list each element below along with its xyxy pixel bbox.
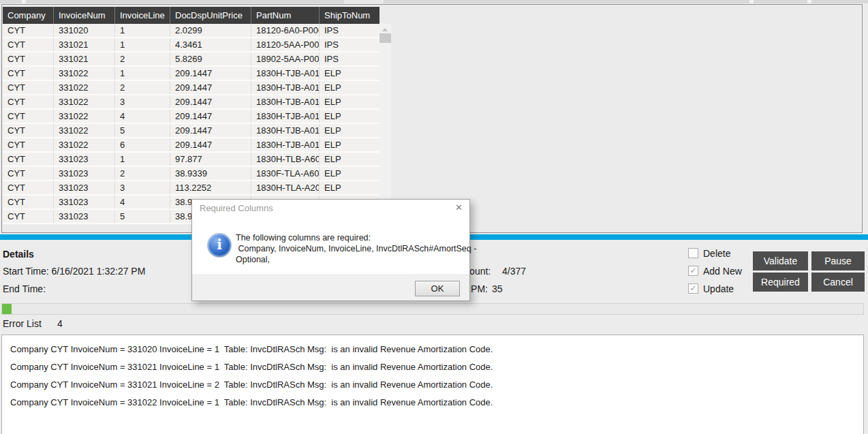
vertical-scrollbar[interactable] (379, 24, 391, 225)
grid-cell: IPS (319, 52, 379, 65)
grid-cell: ELP (319, 167, 379, 180)
ok-button[interactable]: OK (415, 281, 460, 296)
scrollbar-thumb[interactable] (379, 33, 391, 43)
table-row[interactable]: CYT33102012.029918120-6A0-P000IPS (3, 24, 379, 38)
column-header[interactable]: ShipToNum (319, 7, 379, 24)
required-columns-dialog: Required Columns ✕ i The following colum… (191, 199, 470, 301)
table-row[interactable]: CYT3310221209.14471830H-TJB-A015ELP (3, 67, 379, 81)
dialog-message: The following columns are required: Comp… (236, 232, 476, 265)
error-list-item[interactable]: Company CYT InvoiceNum = 331021 InvoiceL… (2, 358, 863, 376)
grid-cell: 1830H-TJB-A015 (251, 138, 319, 151)
grid-cell: 1 (114, 24, 170, 37)
grid-cell: 1830F-TLA-A600 (251, 167, 319, 180)
grid-cell: 331023 (53, 167, 114, 180)
table-row[interactable]: CYT3310223209.14471830H-TJB-A015ELP (3, 95, 379, 110)
info-icon-glyph: i (217, 236, 222, 253)
grid-cell: CYT (3, 153, 53, 166)
grid-cell: CYT (3, 38, 53, 51)
table-row[interactable]: CYT3310222209.14471830H-TJB-A015ELP (3, 81, 379, 95)
column-header[interactable]: Company (3, 7, 53, 24)
error-list-item[interactable]: Company CYT InvoiceNum = 331022 InvoiceL… (2, 394, 863, 412)
grid-cell: 209.1447 (170, 67, 251, 80)
update-checkbox-label: Update (703, 283, 734, 294)
rpm-value: 35 (492, 283, 503, 294)
grid-cell: CYT (3, 210, 53, 223)
error-list-count: 4 (57, 318, 63, 329)
grid-cell: 331022 (53, 110, 114, 123)
grid-cell: 331023 (53, 181, 114, 194)
column-header[interactable]: PartNum (251, 7, 319, 24)
grid-cell: 331022 (53, 81, 114, 94)
table-row[interactable]: CYT3310225209.14471830H-TJB-A015ELP (3, 124, 379, 138)
grid-header: CompanyInvoiceNumInvoiceLineDocDspUnitPr… (3, 7, 379, 24)
grid-cell: ELP (319, 110, 379, 123)
grid-cell: CYT (3, 181, 53, 194)
delete-checkbox-label: Delete (703, 248, 730, 259)
required-button[interactable]: Required (753, 273, 808, 292)
grid-cell: 331022 (53, 138, 114, 151)
grid-cell: 1 (114, 67, 170, 80)
scroll-up-icon[interactable] (382, 28, 388, 31)
table-row[interactable]: CYT33102114.346118120-5AA-P001IPS (3, 38, 379, 52)
grid-cell: 1 (114, 153, 170, 166)
progress-bar (1, 303, 864, 315)
grid-cell: ELP (319, 81, 379, 94)
validate-button[interactable]: Validate (753, 251, 808, 270)
grid-cell: 18120-5AA-P001 (251, 38, 319, 51)
table-row[interactable]: CYT3310233113.22521830H-TLA-A200ELP (3, 181, 379, 196)
grid-cell: 5 (114, 210, 170, 223)
error-list-item[interactable]: Company CYT InvoiceNum = 331020 InvoiceL… (2, 341, 863, 358)
pause-button[interactable]: Pause (811, 251, 865, 270)
column-header[interactable]: InvoiceNum (53, 7, 114, 24)
grid-cell: ELP (319, 67, 379, 80)
table-row[interactable]: CYT3310226209.14471830H-TJB-A015ELP (3, 138, 379, 153)
grid-cell: 5.8269 (170, 52, 251, 65)
error-list-item[interactable]: Company CYT InvoiceNum = 331021 InvoiceL… (2, 376, 863, 394)
add-new-checkbox[interactable]: ✓ (688, 266, 698, 276)
grid-cell: 1830H-TJB-A015 (251, 81, 319, 94)
app-window: CompanyInvoiceNumInvoiceLineDocDspUnitPr… (0, 0, 868, 434)
table-row[interactable]: CYT33102125.826918902-5AA-P001IPS (3, 52, 379, 67)
grid-cell: 209.1447 (170, 138, 251, 151)
grid-cell: 4 (114, 110, 170, 123)
table-row[interactable]: CYT331023197.8771830H-TLB-A600ELP (3, 153, 379, 167)
grid-cell: 331020 (53, 24, 114, 37)
grid-cell: 4 (114, 196, 170, 208)
grid-cell: IPS (319, 24, 379, 37)
dialog-title: Required Columns (200, 203, 273, 213)
grid-cell: CYT (3, 95, 53, 108)
grid-cell: 1 (114, 38, 170, 51)
grid-cell: CYT (3, 67, 53, 80)
grid-cell: ELP (319, 95, 379, 108)
column-header[interactable]: DocDspUnitPrice (170, 7, 251, 24)
grid-cell: 2 (114, 167, 170, 180)
grid-cell: 4.3461 (170, 38, 251, 51)
grid-cell: 331021 (53, 38, 114, 51)
grid-cell: ELP (319, 153, 379, 166)
grid-body: CYT33102012.029918120-6A0-P000IPSCYT3310… (3, 24, 379, 224)
grid-cell: ELP (319, 181, 379, 194)
update-checkbox[interactable]: ✓ (688, 283, 698, 294)
column-header[interactable]: InvoiceLine (114, 7, 170, 24)
grid-cell: 331022 (53, 95, 114, 108)
grid-cell: 113.2252 (170, 181, 251, 194)
details-heading: Details (3, 249, 34, 260)
grid-cell: 1830H-TJB-A015 (251, 67, 319, 80)
grid-cell: 331022 (53, 124, 114, 137)
table-row[interactable]: CYT3310224209.14471830H-TJB-A015ELP (3, 110, 379, 124)
grid-cell: 6 (114, 138, 170, 151)
end-time-label: End Time: (3, 283, 46, 294)
grid-cell: 331021 (53, 52, 114, 65)
delete-checkbox[interactable] (688, 248, 698, 258)
grid-cell: 331023 (53, 210, 114, 223)
grid-cell: CYT (3, 24, 53, 37)
grid-cell: ELP (319, 138, 379, 151)
cancel-button[interactable]: Cancel (811, 273, 865, 292)
grid-cell: 18902-5AA-P001 (251, 52, 319, 65)
grid-cell: 209.1447 (170, 81, 251, 94)
grid-cell: 331023 (53, 153, 114, 166)
close-icon[interactable]: ✕ (455, 202, 463, 213)
table-row[interactable]: CYT331023238.93391830F-TLA-A600ELP (3, 167, 379, 181)
grid-cell: 331023 (53, 196, 114, 208)
grid-cell: 1830H-TJB-A015 (251, 95, 319, 108)
